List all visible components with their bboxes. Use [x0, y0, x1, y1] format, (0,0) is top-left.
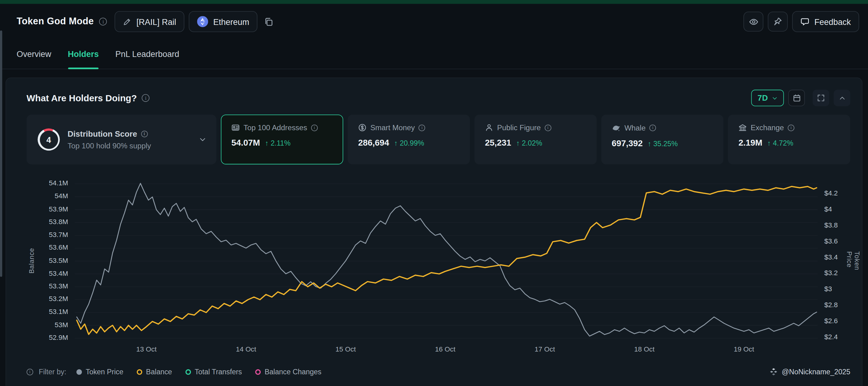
eye-icon: [749, 17, 758, 27]
panel-title: What Are Holders Doing?: [27, 93, 137, 103]
page-title: Token God Mode: [17, 16, 94, 27]
legend-item-balance-changes[interactable]: Balance Changes: [255, 367, 321, 376]
chevron-down-icon: [199, 136, 207, 143]
header-right: Feedback: [744, 11, 859, 32]
stat-card-exchange[interactable]: Exchange 2.19M 4.72%: [728, 115, 850, 165]
info-icon[interactable]: [545, 124, 551, 131]
chat-bubble-icon: [801, 17, 809, 26]
tab-holders[interactable]: Holders: [68, 39, 98, 69]
logo-cube-icon: [770, 367, 778, 376]
distribution-score-subtitle: Top 100 hold 90% supply: [67, 142, 151, 150]
token-chip-label: [RAIL] Rail: [136, 17, 176, 27]
date-range-label: 7D: [757, 94, 768, 102]
stat-change: 2.11%: [265, 139, 290, 147]
stat-value: 286,694: [358, 138, 390, 148]
stat-value: 2.19M: [738, 138, 763, 148]
watchlist-eye-button[interactable]: [744, 12, 764, 32]
feedback-label: Feedback: [814, 17, 851, 27]
pin-button[interactable]: [768, 12, 788, 32]
app-window: Token God Mode [RAIL] Rail: [0, 0, 868, 386]
legend-item-balance[interactable]: Balance: [137, 367, 172, 376]
stat-value: 25,231: [485, 138, 511, 148]
top-100-addresses-icon: [231, 123, 240, 132]
chevron-up-icon: [838, 94, 845, 101]
left-scrollbar-thumb[interactable]: [0, 30, 2, 277]
token-selector-button[interactable]: [RAIL] Rail: [115, 11, 184, 32]
token-price-marker: [76, 369, 82, 375]
stat-change: 2.02%: [516, 139, 542, 147]
calendar-icon: [793, 94, 801, 102]
filter-by-label: Filter by:: [39, 367, 66, 376]
tab-pnl-leaderboard[interactable]: PnL Leaderboard: [116, 39, 179, 69]
expand-icon: [817, 94, 825, 102]
public-figure-icon: [485, 123, 493, 132]
stat-card-whale[interactable]: Whale 697,392 35.25%: [601, 115, 723, 165]
stat-label: Smart Money: [370, 123, 414, 132]
holders-panel: What Are Holders Doing? 7D: [5, 78, 863, 386]
legend-item-total-transfers[interactable]: Total Transfers: [185, 367, 242, 376]
whale-icon: [612, 123, 621, 132]
stat-change: 35.25%: [648, 140, 678, 148]
tab-overview[interactable]: Overview: [17, 39, 51, 69]
copy-address-button[interactable]: [262, 15, 276, 29]
info-icon[interactable]: [99, 18, 107, 26]
balance-marker: [137, 369, 142, 375]
stat-change: 20.99%: [394, 139, 425, 147]
ethereum-icon: [197, 16, 208, 27]
stats-row: 4 Distribution Score Top 100 hold 90% su…: [27, 115, 850, 165]
legend-row: Filter by: Token Price Balance Total Tra…: [27, 367, 850, 376]
chain-chip-label: Ethereum: [213, 17, 249, 27]
stat-label: Whale: [624, 124, 646, 132]
watermark-label: @NoNickname_2025: [782, 367, 850, 376]
distribution-score-card[interactable]: 4 Distribution Score Top 100 hold 90% su…: [27, 115, 216, 165]
info-icon[interactable]: [141, 130, 148, 137]
stat-value: 697,392: [612, 139, 643, 148]
info-icon[interactable]: [788, 124, 795, 131]
chain-selector-button[interactable]: Ethereum: [189, 11, 258, 32]
pin-icon: [774, 17, 782, 26]
legend-label: Balance: [146, 367, 172, 376]
copy-icon: [264, 17, 274, 27]
smart-money-icon: [358, 123, 367, 132]
info-icon[interactable]: [27, 368, 33, 375]
stat-card-public-figure[interactable]: Public Figure 25,231 2.02%: [474, 115, 596, 165]
stat-label: Top 100 Addresses: [244, 123, 307, 132]
exchange-bank-icon: [738, 123, 747, 132]
stat-value: 54.07M: [231, 138, 260, 148]
calendar-button[interactable]: [788, 90, 805, 106]
feedback-button[interactable]: Feedback: [792, 11, 859, 32]
info-icon[interactable]: [142, 94, 150, 102]
stat-card-smart-money[interactable]: Smart Money 286,694 20.99%: [347, 115, 470, 165]
legend-label: Token Price: [86, 367, 123, 376]
info-icon[interactable]: [311, 124, 318, 131]
top-banner-strip: [0, 0, 868, 4]
stat-label: Exchange: [751, 123, 784, 132]
info-icon[interactable]: [418, 124, 425, 131]
tab-bar: Overview Holders PnL Leaderboard: [0, 39, 868, 69]
fullscreen-button[interactable]: [813, 90, 829, 106]
chevron-down-icon: [772, 95, 778, 101]
distribution-score-value: 4: [46, 135, 51, 144]
distribution-score-gauge: 4: [37, 128, 60, 150]
pencil-icon: [123, 18, 131, 26]
panel-header: What Are Holders Doing? 7D: [27, 88, 850, 108]
header-left: Token God Mode [RAIL] Rail: [17, 11, 276, 32]
stat-change: 4.72%: [767, 139, 794, 147]
watermark: @NoNickname_2025: [770, 367, 850, 376]
stat-card-top-100-addresses[interactable]: Top 100 Addresses 54.07M 2.11%: [221, 115, 343, 165]
date-range-dropdown[interactable]: 7D: [751, 90, 784, 106]
page: Token God Mode [RAIL] Rail: [0, 0, 868, 386]
balance-changes-marker: [255, 369, 261, 375]
legend-label: Balance Changes: [265, 367, 322, 376]
stat-label: Public Figure: [497, 123, 541, 132]
total-transfers-marker: [185, 369, 191, 375]
info-icon[interactable]: [649, 125, 656, 131]
distribution-score-title: Distribution Score: [67, 129, 137, 138]
legend-label: Total Transfers: [195, 367, 242, 376]
header: Token God Mode [RAIL] Rail: [0, 4, 868, 39]
collapse-button[interactable]: [834, 90, 850, 106]
legend-item-token-price[interactable]: Token Price: [76, 367, 123, 376]
